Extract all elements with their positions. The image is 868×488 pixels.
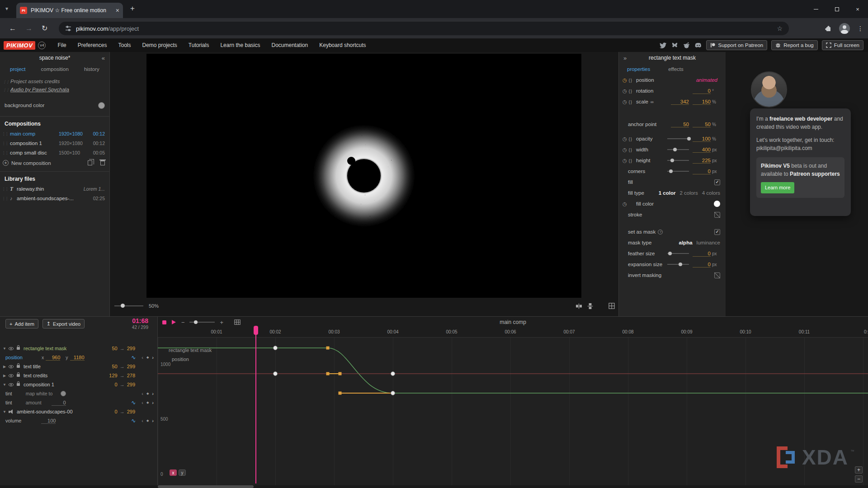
expression-icon[interactable]: {} [629,78,632,83]
preview-zoom-slider[interactable] [114,305,143,306]
lock-icon[interactable] [17,347,20,350]
menu-tutorials[interactable]: Tutorials [189,42,209,48]
timeline-scrollbar[interactable] [0,485,868,488]
prev-keyframe-icon[interactable]: ‹ [142,391,143,396]
position-value[interactable]: animated [696,77,717,83]
feather-slider[interactable] [667,253,689,254]
fullscreen-button[interactable]: Full screen [822,40,863,50]
axis-x-toggle[interactable]: x [170,469,177,476]
graph-editor[interactable]: rectangle text mask position 1000 500 0 … [158,338,868,488]
expression-icon[interactable]: {} [629,89,632,94]
graph-toggle-icon[interactable]: ∿ [131,354,136,361]
height-field[interactable]: 225 [693,158,711,164]
forward-button[interactable]: → [25,24,33,33]
composition-item-composition-1[interactable]: ⋮⋮ composition 1 868×488 00:12 [0,139,109,148]
library-item-font[interactable]: ⋮⋮ T raleway.thin Lorem 1... [0,184,109,194]
timeline-zoom-out-icon[interactable]: − [181,319,185,326]
keyframe-square[interactable] [326,347,330,350]
property-row-position-track[interactable]: position x 960 y 1180 ∿ ‹ ◆ › [0,353,157,362]
lock-icon[interactable] [17,383,20,386]
new-tab-button[interactable]: + [130,4,135,13]
stop-button[interactable] [162,320,166,324]
rotation-field[interactable]: 0 [693,88,711,94]
expansion-field[interactable]: 0 [693,262,711,267]
new-composition-icon[interactable]: + [3,160,9,166]
grid-icon[interactable] [609,303,615,309]
property-row-volume[interactable]: volume 100 ∿ ‹ ◆ › [0,416,157,425]
graph-toggle-icon[interactable]: ∿ [131,418,136,424]
browser-menu-icon[interactable]: ⋮ [857,25,863,32]
position-y-field[interactable]: 1180 [70,355,85,361]
menu-file[interactable]: File [57,42,66,48]
reload-button[interactable]: ↻ [42,24,47,33]
anchor-y-field[interactable]: 50 [693,122,711,127]
help-icon[interactable]: ? [658,230,663,235]
in-point-field[interactable]: 50 [112,364,117,369]
composition-item-main-comp[interactable]: ⋮⋮ main comp 868×488 00:12 [0,129,109,139]
twitter-icon[interactable] [659,42,667,49]
learn-more-button[interactable]: Learn more [761,182,794,193]
fill-checkbox[interactable] [714,179,720,185]
menu-keyboard-shortcuts[interactable]: Keyboard shortcuts [319,42,366,48]
lock-icon[interactable] [17,365,20,368]
pikimov-logo[interactable]: PIKIMOV [4,41,35,50]
window-maximize-button[interactable] [826,0,847,18]
stopwatch-icon[interactable]: ◷ [623,99,627,104]
opacity-slider[interactable] [667,138,689,139]
menu-learn-basics[interactable]: Learn the basics [220,42,260,48]
mask-type-luminance[interactable]: luminance [697,240,720,245]
tab-search-icon[interactable]: ▾ [5,5,8,12]
layer-row-ambient-soundscapes[interactable]: ▼ ambient-soundscapes-00 0→299 [0,407,157,416]
feather-field[interactable]: 0 [693,251,711,257]
report-bug-button[interactable]: Report a bug [771,40,818,50]
menu-preferences[interactable]: Preferences [78,42,107,48]
keyframe-circle[interactable] [391,391,395,395]
expand-layer-icon[interactable]: ▶ [2,365,7,369]
background-color-swatch[interactable] [98,102,105,109]
browser-tab[interactable]: PI PIKIMOV ☆ Free online motion × [16,3,123,18]
menu-tools[interactable]: Tools [118,42,131,48]
tab-composition[interactable]: composition [41,66,69,72]
menu-documentation[interactable]: Documentation [271,42,308,48]
in-point-field[interactable]: 50 [112,346,117,351]
stroke-checkbox[interactable] [714,212,720,218]
site-settings-icon[interactable] [65,25,71,32]
browser-profile-avatar[interactable] [839,23,850,34]
stopwatch-icon[interactable]: ◷ [623,147,627,152]
back-button[interactable]: ← [9,24,16,33]
add-keyframe-icon[interactable]: ◆ [146,401,149,404]
timeline-scrollbar-thumb[interactable] [158,485,254,488]
stopwatch-icon[interactable]: ◷ [623,136,627,141]
timeline-zoom-slider[interactable] [189,322,215,323]
position-x-field[interactable]: 960 [46,355,60,361]
layer-row-composition-1[interactable]: ▼ composition 1 0→299 [0,380,157,389]
keyframe-circle[interactable] [274,346,278,350]
bookmark-star-icon[interactable]: ☆ [777,25,783,32]
author-email[interactable]: pikilipita@pikilipita.com [756,144,844,152]
tab-project[interactable]: project [10,66,26,72]
prev-keyframe-icon[interactable]: ‹ [142,400,143,405]
composition-item-comp-small-disc[interactable]: ⋮⋮ comp small disc 1500×100 00:05 [0,148,109,158]
in-point-field[interactable]: 129 [109,373,117,378]
stopwatch-icon[interactable]: ◷ [623,78,627,83]
align-vertical-icon[interactable] [587,303,593,309]
out-point-field[interactable]: 278 [127,373,135,378]
prev-keyframe-icon[interactable]: ‹ [142,418,143,423]
fill-type-4-colors[interactable]: 4 colors [702,190,720,196]
next-keyframe-icon[interactable]: › [152,355,154,360]
add-keyframe-icon[interactable]: ◆ [146,419,149,422]
reddit-icon[interactable] [683,42,690,49]
opacity-field[interactable]: 100 [693,136,711,142]
expansion-slider[interactable] [667,264,689,265]
fill-type-1-color[interactable]: 1 color [659,190,676,196]
expand-panel-icon[interactable]: » [623,55,627,61]
corners-slider[interactable] [667,171,689,172]
eye-icon[interactable] [9,383,14,386]
bluesky-icon[interactable] [671,42,679,49]
expression-icon[interactable]: {} [629,99,632,104]
assets-credits-link[interactable]: ⋮⋮Audio by Pawel Spychala [3,85,105,94]
eye-icon[interactable] [9,365,14,368]
graph-toggle-icon[interactable]: ∿ [131,399,136,406]
stopwatch-icon[interactable]: ◷ [623,89,627,94]
out-point-field[interactable]: 299 [127,409,135,414]
